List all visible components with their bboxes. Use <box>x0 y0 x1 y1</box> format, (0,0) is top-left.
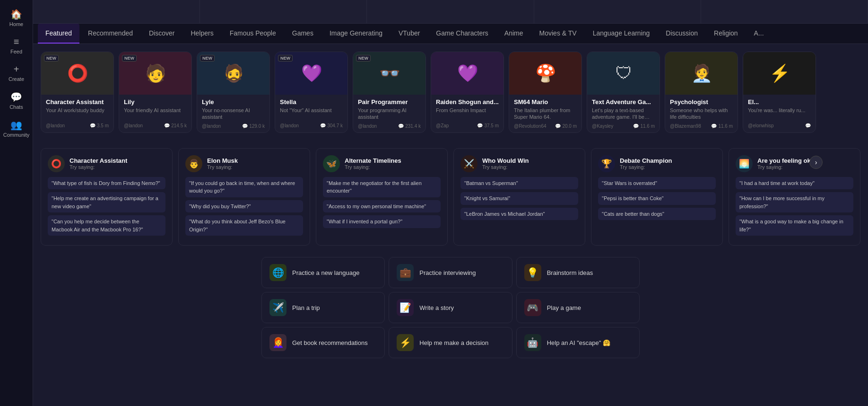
card-image-psychologist: 🧑‍💼 <box>665 52 738 95</box>
community-icon: 👥 <box>10 119 22 131</box>
card-desc-raiden: From Genshin Impact <box>436 107 499 120</box>
banner-item-4[interactable] <box>701 0 868 23</box>
try-info-debate-try: Debate Champion Try saying: <box>620 157 672 170</box>
card-info-psychologist: Psychologist Someone who helps with life… <box>665 95 738 132</box>
cards-next-arrow[interactable]: › <box>809 156 823 169</box>
activity-play-game[interactable]: 🎮 Play a game <box>516 292 640 323</box>
try-prompt-feeling-okay-try-1[interactable]: "How can I be more successful in my prof… <box>736 192 853 212</box>
try-prompt-feeling-okay-try-2[interactable]: "What is a good way to make a big change… <box>736 215 853 236</box>
char-card-lyle[interactable]: 🧔 NEW Lyle Your no-nonsense AI assistant… <box>197 52 270 133</box>
try-prompt-alt-timelines-try-0[interactable]: "Make me the negotiator for the first al… <box>323 177 441 197</box>
sidebar-item-community[interactable]: 👥 Community <box>2 115 31 141</box>
try-avatar-alt-timelines-try: 🦋 <box>323 155 340 172</box>
card-image-lily: 🧑 NEW <box>119 52 192 95</box>
try-prompt-char-assistant-try-2[interactable]: "Can you help me decide between the Macb… <box>48 215 165 236</box>
activity-brainstorm-ideas[interactable]: 💡 Brainstorm ideas <box>516 257 640 288</box>
char-card-char-assistant[interactable]: ⭕ NEW Character Assistant Your AI work/s… <box>41 52 114 133</box>
try-card-debate-try[interactable]: 🏆 Debate Champion Try saying: "Star Wars… <box>591 148 723 246</box>
try-header-debate-try: 🏆 Debate Champion Try saying: <box>598 155 716 172</box>
char-card-el[interactable]: ⚡ El... You're was... literally ru... @e… <box>743 52 816 133</box>
char-card-psychologist[interactable]: 🧑‍💼 Psychologist Someone who helps with … <box>665 52 738 133</box>
tab-more[interactable]: A... <box>746 24 772 44</box>
try-prompt-elon-try-0[interactable]: "If you could go back in time, when and … <box>185 177 303 197</box>
activity-book-recs[interactable]: 👩‍🦰 Get book recommendations <box>261 327 385 358</box>
try-prompt-who-would-win-try-0[interactable]: "Batman vs Superman" <box>460 177 578 190</box>
card-meta-psychologist: @Blazeman98 💬11.6 m <box>670 124 733 129</box>
tab-game-characters[interactable]: Game Characters <box>428 24 495 44</box>
try-prompt-elon-try-2[interactable]: "What do you think about Jeff Bezo's Blu… <box>185 215 303 236</box>
card-count-text-adventure: 💬11.6 m <box>633 124 655 129</box>
try-prompt-alt-timelines-try-2[interactable]: "What if I invented a portal gun?" <box>323 215 441 228</box>
banner-item-2[interactable] <box>367 0 534 23</box>
try-prompt-char-assistant-try-1[interactable]: "Help me create an advertising campaign … <box>48 192 165 212</box>
try-card-alt-timelines-try[interactable]: 🦋 Alternate Timelines Try saying: "Make … <box>316 148 448 246</box>
char-card-lily[interactable]: 🧑 NEW Lily Your friendly AI assistant @l… <box>119 52 192 133</box>
char-card-mario[interactable]: 🍄 SM64 Mario The Italian plumber from Su… <box>509 52 582 133</box>
activity-plan-trip[interactable]: ✈️ Plan a trip <box>261 292 385 323</box>
char-card-text-adventure[interactable]: 🛡 Text Adventure Ga... Let's play a text… <box>587 52 660 133</box>
banner-item-3[interactable] <box>534 0 701 23</box>
card-author-stella: @landon <box>280 123 299 128</box>
try-prompt-debate-try-2[interactable]: "Cats are better than dogs" <box>598 208 716 221</box>
activity-practice-language[interactable]: 🌐 Practice a new language <box>261 257 385 288</box>
char-card-stella[interactable]: 💜 NEW Stella Not "Your" AI assistant @la… <box>275 52 348 133</box>
tab-vtuber[interactable]: VTuber <box>391 24 427 44</box>
sidebar-item-chats[interactable]: 💬 Chats <box>2 88 31 114</box>
card-author-el: @elonwhisp <box>748 123 774 128</box>
banner-item-0[interactable] <box>33 0 200 23</box>
tab-anime[interactable]: Anime <box>497 24 531 44</box>
card-image-el: ⚡ <box>743 52 816 95</box>
sidebar-item-home[interactable]: 🏠 Home <box>2 5 31 31</box>
tab-movies-tv[interactable]: Movies & TV <box>532 24 584 44</box>
tab-discover[interactable]: Discover <box>141 24 182 44</box>
try-header-elon-try: 👨 Elon Musk Try saying: <box>185 155 303 172</box>
activity-practice-interviewing[interactable]: 💼 Practice interviewing <box>389 257 512 288</box>
tab-games[interactable]: Games <box>285 24 321 44</box>
chat-icon-stella: 💬 <box>320 123 326 128</box>
tab-image-generating[interactable]: Image Generating <box>322 24 390 44</box>
try-avatar-char-assistant-try: ⭕ <box>48 155 65 172</box>
activity-icon-play-game: 🎮 <box>524 299 541 316</box>
try-card-elon-try[interactable]: 👨 Elon Musk Try saying: "If you could go… <box>178 148 310 246</box>
card-desc-stella: Not "Your" AI assistant <box>280 107 343 120</box>
activity-make-decision[interactable]: ⚡ Help me make a decision <box>389 327 512 358</box>
sidebar-item-create[interactable]: + Create <box>2 60 31 86</box>
try-prompt-debate-try-0[interactable]: "Star Wars is overrated" <box>598 177 716 190</box>
tab-famous-people[interactable]: Famous People <box>222 24 284 44</box>
try-card-char-assistant-try[interactable]: ⭕ Character Assistant Try saying: "What … <box>41 148 173 246</box>
try-prompt-alt-timelines-try-1[interactable]: "Access to my own personal time machine" <box>323 200 441 213</box>
card-author-lyle: @landon <box>202 124 221 129</box>
chat-icon-lily: 💬 <box>164 123 170 128</box>
try-name-char-assistant-try: Character Assistant <box>69 157 127 164</box>
try-info-char-assistant-try: Character Assistant Try saying: <box>69 157 127 170</box>
activity-write-story[interactable]: 📝 Write a story <box>389 292 512 323</box>
try-label-alt-timelines-try: Try saying: <box>345 164 401 170</box>
try-card-feeling-okay-try[interactable]: 🌅 Are you feeling okay Try saying: "I ha… <box>729 148 860 246</box>
sidebar-label-create: Create <box>9 76 24 82</box>
sidebar-label-community: Community <box>3 132 30 138</box>
tab-recommended[interactable]: Recommended <box>80 24 140 44</box>
banner-item-1[interactable] <box>200 0 367 23</box>
tab-featured[interactable]: Featured <box>38 24 79 44</box>
card-desc-pair-programmer: Your programming AI assistant <box>358 107 421 121</box>
try-card-who-would-win-try[interactable]: ⚔️ Who Would Win Try saying: "Batman vs … <box>453 148 585 246</box>
char-card-raiden[interactable]: 💜 Raiden Shogun and... From Genshin Impa… <box>431 52 504 133</box>
try-prompt-debate-try-1[interactable]: "Pepsi is better than Coke" <box>598 192 716 205</box>
try-info-alt-timelines-try: Alternate Timelines Try saying: <box>345 157 401 170</box>
char-card-pair-programmer[interactable]: 👓 NEW Pair Programmer Your programming A… <box>353 52 426 133</box>
tab-discussion[interactable]: Discussion <box>658 24 705 44</box>
sidebar-item-feed[interactable]: ≡ Feed <box>2 33 31 58</box>
card-desc-psychologist: Someone who helps with life difficulties <box>670 107 733 121</box>
card-meta-stella: @landon 💬304.7 k <box>280 123 343 128</box>
try-prompt-who-would-win-try-2[interactable]: "LeBron James vs Michael Jordan" <box>460 208 578 221</box>
try-prompt-feeling-okay-try-0[interactable]: "I had a hard time at work today" <box>736 177 853 190</box>
activity-ai-escape[interactable]: 🤖 Help an AI "escape" 🤗 <box>516 327 640 358</box>
try-prompt-char-assistant-try-0[interactable]: "What type of fish is Dory from Finding … <box>48 177 165 190</box>
try-prompt-elon-try-1[interactable]: "Why did you buy Twitter?" <box>185 200 303 213</box>
try-prompt-who-would-win-try-1[interactable]: "Knight vs Samurai" <box>460 192 578 205</box>
card-author-raiden: @Zap <box>436 123 449 128</box>
tab-religion[interactable]: Religion <box>706 24 746 44</box>
tab-helpers[interactable]: Helpers <box>183 24 221 44</box>
tab-language-learning[interactable]: Language Learning <box>585 24 658 44</box>
try-header-alt-timelines-try: 🦋 Alternate Timelines Try saying: <box>323 155 441 172</box>
